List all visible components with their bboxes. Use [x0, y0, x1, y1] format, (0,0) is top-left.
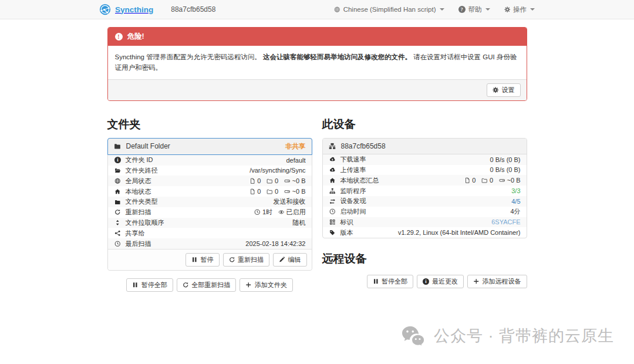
gear-icon	[504, 6, 511, 13]
row-label: 共享给	[126, 229, 145, 238]
question-circle-icon: ?	[458, 6, 466, 13]
row-label: 文件夹路径	[126, 166, 158, 175]
row-label: 标识	[340, 218, 353, 227]
value-part-text: 0	[472, 177, 476, 184]
rescan-folder-button[interactable]: 重新扫描	[223, 253, 270, 267]
value-part: 0	[267, 177, 278, 184]
folder-panel-header[interactable]: Default Folder 非共享	[107, 138, 312, 155]
network-device-icon	[329, 143, 336, 150]
actions-menu[interactable]: 操作	[504, 5, 535, 14]
button-label: 添加文件夹	[255, 281, 287, 289]
file-outline-icon	[249, 178, 256, 184]
row-value: 2025-02-18 14:42:32	[245, 240, 305, 247]
row-label: 上传速率	[340, 166, 366, 174]
language-menu[interactable]: Chinese (Simplified Han script)	[334, 6, 444, 13]
value-part-text: ~0 B	[292, 177, 306, 184]
plus-icon	[245, 282, 252, 288]
this-device-panel-header[interactable]: 88a7cfb65d58	[323, 139, 527, 154]
pause-folder-button[interactable]: 暂停	[186, 253, 220, 267]
listeners-count[interactable]: 3/3	[511, 187, 520, 194]
row-icon-wrap	[329, 188, 337, 194]
row-value: 0 B/s (0 B)	[490, 166, 521, 173]
rescan-all-button[interactable]: 全部重新扫描	[177, 278, 237, 292]
row-label: 下载速率	[340, 155, 366, 164]
row-label: 重新扫描	[126, 208, 151, 217]
row-icon-wrap: i	[114, 157, 122, 163]
watermark-text: 公众号 · 背带裤的云原生	[434, 325, 614, 346]
row-icon-wrap	[114, 220, 122, 226]
row-value: /var/syncthing/Sync	[249, 167, 305, 174]
button-label: 重新扫描	[238, 255, 264, 264]
alert-text-bold: 这会让骇客能够轻而易举地访问及修改您的文件。	[263, 53, 412, 60]
row-value: 随机	[293, 218, 306, 227]
detail-row: 监听程序3/3	[323, 186, 527, 196]
row-label: 全局状态	[126, 177, 151, 186]
folders-heading: 文件夹	[107, 117, 312, 132]
row-icon-wrap	[329, 208, 337, 215]
this-device-panel: 88a7cfb65d58 下载速率0 B/s (0 B)上传速率0 B/s (0…	[322, 138, 527, 238]
sort-icon	[114, 220, 121, 226]
detail-row: 本地状态汇总00~0 B	[323, 175, 527, 186]
detail-row: 共享给	[108, 228, 312, 238]
detail-row: i文件夹 IDdefault	[108, 155, 312, 166]
value-part: 0	[464, 177, 476, 184]
value-part: ~0 B	[284, 188, 305, 195]
brand-link[interactable]: Syncthing	[99, 4, 153, 15]
wechat-icon	[400, 325, 426, 347]
detail-row: 全局状态00~0 B	[108, 176, 312, 186]
pause-all-folders-button[interactable]: 暂停全部	[126, 278, 173, 292]
cloud-download-icon	[329, 156, 336, 163]
file-outline-icon	[464, 177, 471, 184]
row-value: 0 B/s (0 B)	[490, 156, 521, 163]
detail-row: 最后扫描2025-02-18 14:42:32	[108, 238, 312, 249]
value-part: 0	[481, 177, 493, 184]
recent-changes-button[interactable]: i最近更改	[417, 275, 464, 288]
button-label: 添加远程设备	[483, 277, 521, 286]
danger-alert-body: Syncthing 管理界面配置为允许无密码远程访问。 这会让骇客能够轻而易举地…	[108, 46, 527, 79]
device-details-table: 下载速率0 B/s (0 B)上传速率0 B/s (0 B)本地状态汇总00~0…	[323, 154, 527, 238]
value-part-text: 0	[257, 188, 261, 195]
row-icon-wrap	[114, 241, 122, 247]
button-label: 暂停全部	[382, 277, 407, 286]
value-part-text: 1时	[262, 208, 272, 217]
value-part-text: 0	[275, 188, 278, 195]
clock-icon	[254, 209, 261, 215]
cloud-upload-icon	[329, 167, 336, 173]
row-value: 4分	[510, 207, 520, 216]
row-icon-wrap	[329, 156, 337, 163]
globe-icon	[334, 6, 340, 13]
settings-button[interactable]: 设置	[487, 83, 521, 97]
add-folder-button[interactable]: 添加文件夹	[240, 278, 293, 292]
pause-all-devices-button[interactable]: 暂停全部	[367, 275, 414, 288]
folder-share-status: 非共享	[285, 142, 306, 151]
alert-text: Syncthing 管理界面配置为允许无密码远程访问。	[115, 53, 261, 60]
device-id-link[interactable]: 6SYACFE	[491, 218, 520, 225]
navbar-device-name: 88a7cfb65d58	[171, 5, 215, 14]
settings-button-label: 设置	[502, 86, 515, 95]
remote-devices-actions-bar: 暂停全部i最近更改添加远程设备	[322, 275, 527, 288]
detail-row: 文件夹路径/var/syncthing/Sync	[108, 166, 312, 176]
edit-folder-button[interactable]: 编辑	[273, 253, 307, 267]
folders-actions-bar: 暂停全部全部重新扫描添加文件夹	[107, 278, 312, 292]
row-icon-wrap	[114, 199, 122, 205]
value-part-text: 已启用	[286, 208, 306, 217]
info-circle-icon: i	[114, 157, 121, 163]
row-label: 启动时间	[340, 207, 366, 216]
file-outline-icon	[249, 188, 256, 195]
refresh-icon	[183, 282, 189, 288]
detail-row: 文件夹类型发送和接收	[108, 197, 312, 207]
folder-outline-icon	[481, 177, 488, 184]
add-remote-device-button[interactable]: 添加远程设备	[467, 275, 527, 288]
info-circle-icon: i	[423, 278, 429, 285]
row-label: 文件夹类型	[126, 197, 158, 206]
folder-title: Default Folder	[126, 142, 281, 150]
button-label: 暂停	[201, 255, 214, 264]
help-menu[interactable]: ? 帮助	[458, 5, 490, 14]
exclamation-circle-icon: !	[115, 33, 123, 41]
row-label: 设备发现	[340, 197, 366, 205]
row-label: 监听程序	[340, 187, 366, 196]
discovery-count[interactable]: 4/5	[511, 198, 520, 205]
hdd-icon	[284, 188, 291, 195]
row-icon-wrap	[114, 188, 122, 195]
exchange-icon	[329, 198, 336, 205]
